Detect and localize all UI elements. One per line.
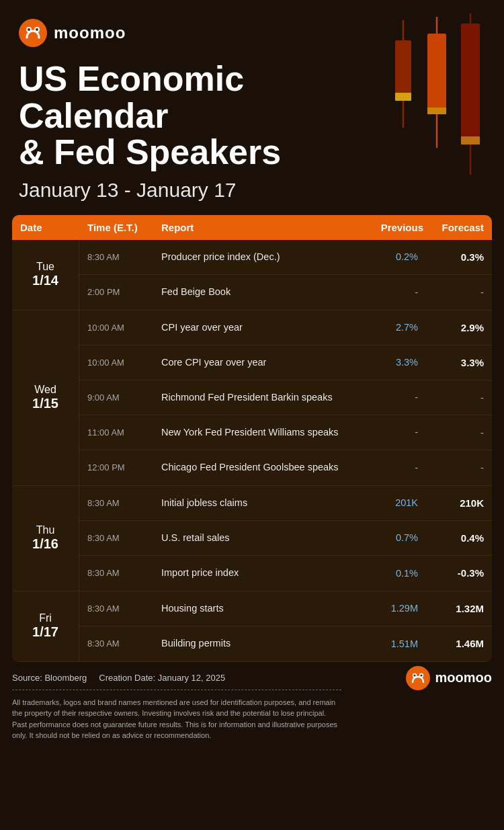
forecast-cell: 1.46M [423,638,484,649]
time-cell: 11:00 AM [87,427,161,438]
economic-calendar-table: Date Time (E.T.) Report Previous Forecas… [12,215,492,662]
svg-rect-16 [461,136,480,144]
report-cell: Housing starts [161,602,356,616]
table-body: Tue1/148:30 AMProducer price index (Dec.… [12,240,492,662]
time-cell: 8:30 AM [87,533,161,543]
svg-point-4 [36,28,38,31]
report-cell: CPI year over year [161,321,356,335]
table-row: 8:30 AMHousing starts1.29M1.32M [79,591,492,626]
day-date: 1/17 [32,624,58,640]
time-cell: 8:30 AM [87,604,161,614]
footer-logo: moomoo [406,666,492,690]
forecast-cell: 3.3% [423,357,484,368]
previous-cell: - [356,427,423,438]
svg-rect-14 [395,93,411,101]
previous-cell: 0.1% [356,568,423,579]
previous-cell: - [356,462,423,473]
table-row: 10:00 AMCPI year over year2.7%2.9% [79,310,492,345]
svg-point-17 [406,666,430,690]
day-date: 1/14 [32,273,58,288]
main-title: US Economic Calendar & Fed Speakers [19,60,395,171]
time-cell: 8:30 AM [87,568,161,578]
col-time: Time (E.T.) [87,222,161,233]
day-group: Thu1/168:30 AMInitial jobless claims201K… [12,486,492,591]
date-range: January 13 - January 17 [19,179,485,202]
moomoo-logo-icon [19,19,47,47]
table-row: 2:00 PMFed Beige Book-- [79,275,492,310]
previous-cell: 1.29M [356,603,423,614]
day-group: Wed1/1510:00 AMCPI year over year2.7%2.9… [12,310,492,486]
day-date: 1/15 [32,396,58,411]
forecast-cell: 0.4% [423,532,484,544]
day-label: Tue1/14 [12,240,79,310]
disclaimer-text: All trademarks, logos and brand names me… [12,697,341,741]
table-row: 8:30 AMImport price index0.1%-0.3% [79,556,492,591]
source-label: Source: Bloomberg [12,673,87,683]
forecast-cell: 0.3% [423,251,484,263]
svg-point-3 [28,28,30,31]
forecast-cell: - [423,427,484,438]
svg-point-0 [19,19,47,47]
previous-cell: - [356,287,423,298]
footer: Source: Bloomberg Creation Date: January… [12,673,492,748]
table-row: 12:00 PMChicago Fed President Goolsbee s… [79,450,492,485]
forecast-cell: -0.3% [423,567,484,579]
day-rows: 10:00 AMCPI year over year2.7%2.9%10:00 … [79,310,492,485]
col-report: Report [161,222,356,233]
previous-cell: - [356,392,423,403]
time-cell: 9:00 AM [87,392,161,403]
table-row: 10:00 AMCore CPI year over year3.3%3.3% [79,345,492,380]
time-cell: 10:00 AM [87,358,161,368]
previous-cell: 3.3% [356,357,423,368]
day-rows: 8:30 AMProducer price index (Dec.)0.2%0.… [79,240,492,310]
report-cell: U.S. retail sales [161,532,356,545]
previous-cell: 0.7% [356,532,423,543]
creation-date: Creation Date: January 12, 2025 [99,673,225,683]
forecast-cell: 2.9% [423,322,484,333]
col-previous: Previous [356,222,423,233]
report-cell: Producer price index (Dec.) [161,251,356,264]
previous-cell: 1.51M [356,638,423,649]
day-name: Fri [39,612,52,624]
forecast-cell: 210K [423,497,484,509]
report-cell: Chicago Fed President Goolsbee speaks [161,461,356,474]
time-cell: 12:00 PM [87,462,161,472]
day-label: Wed1/15 [12,310,79,485]
footer-logo-text: moomoo [435,670,492,686]
table-row: 8:30 AMU.S. retail sales0.7%0.4% [79,521,492,556]
day-name: Thu [36,524,55,536]
day-name: Wed [34,384,56,396]
forecast-cell: - [423,462,484,473]
time-cell: 8:30 AM [87,638,161,649]
col-date: Date [20,222,87,233]
day-date: 1/16 [32,536,58,552]
col-forecast: Forecast [423,222,484,233]
table-row: 8:30 AMBuilding permits1.51M1.46M [79,626,492,661]
report-cell: Initial jobless claims [161,497,356,510]
time-cell: 10:00 AM [87,323,161,333]
report-cell: Building permits [161,637,356,651]
svg-rect-15 [427,108,446,114]
footer-divider [12,690,341,690]
day-rows: 8:30 AMInitial jobless claims201K210K8:3… [79,486,492,591]
day-name: Tue [36,261,54,273]
time-cell: 8:30 AM [87,252,161,262]
report-cell: New York Fed President Williams speaks [161,426,356,440]
footer-bottom: Source: Bloomberg Creation Date: January… [12,673,492,741]
day-group: Fri1/178:30 AMHousing starts1.29M1.32M8:… [12,591,492,662]
day-label: Fri1/17 [12,591,79,661]
footer-logo-icon [406,666,430,690]
time-cell: 8:30 AM [87,498,161,508]
svg-rect-6 [395,40,411,101]
logo-text: moomoo [54,24,126,42]
forecast-cell: 1.32M [423,603,484,614]
footer-source-line: Source: Bloomberg Creation Date: January… [12,673,341,683]
svg-rect-12 [461,24,480,144]
table-row: 11:00 AMNew York Fed President Williams … [79,415,492,450]
report-cell: Core CPI year over year [161,356,356,370]
table-header: Date Time (E.T.) Report Previous Forecas… [12,215,492,240]
day-label: Thu1/16 [12,486,79,591]
report-cell: Import price index [161,567,356,580]
forecast-cell: - [423,286,484,298]
forecast-cell: - [423,392,484,403]
